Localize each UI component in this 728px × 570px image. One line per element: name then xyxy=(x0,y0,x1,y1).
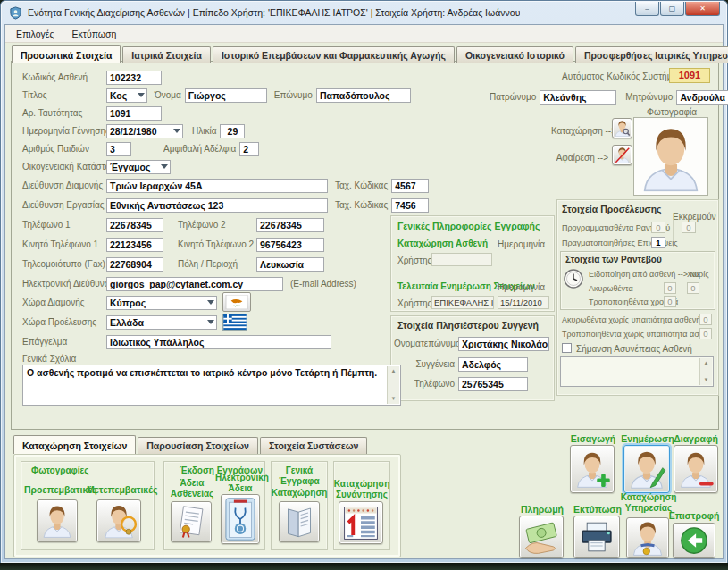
menu-bar: Επιλογές Εκτύπωση xyxy=(5,25,723,43)
money-icon xyxy=(523,519,560,555)
inconsistency-notes[interactable]: ▲▼ xyxy=(560,356,714,387)
print-label: Εκτύπωση xyxy=(571,504,624,515)
patient-stethoscope-icon xyxy=(99,503,138,539)
register-doc-button[interactable] xyxy=(279,501,320,542)
photo-add-button[interactable] xyxy=(612,118,632,138)
father-name-input[interactable]: Κλεάνθης xyxy=(540,90,616,105)
patient-avatar xyxy=(635,122,707,195)
photo-remove-button[interactable] xyxy=(612,145,632,165)
register-meeting-button[interactable] xyxy=(339,501,383,544)
modified-value: 0 xyxy=(664,296,676,307)
cancelled-nofault-value: 0 xyxy=(699,314,712,325)
form-row: Χώρα Διαμονής Κύπρος xyxy=(22,295,217,310)
home-address-input[interactable]: Τριών Ιεραρχών 45Α xyxy=(106,179,328,193)
mobile2-input[interactable]: 96756423 xyxy=(256,238,324,252)
appointments-header: Στοιχεία των Ραντεβού xyxy=(565,255,662,264)
home-postal-label: Ταχ. Κώδικας xyxy=(335,180,388,190)
origin-country-select[interactable]: Ελλάδα xyxy=(106,315,217,330)
kin-name-label: Ονοματεπώνυμο xyxy=(394,339,455,348)
kin-name-input[interactable]: Χριστάκης Νικολάου xyxy=(458,337,549,351)
first-name-label: Όνομα xyxy=(155,90,181,100)
marital-status-select[interactable]: Έγγαμος xyxy=(106,160,171,174)
scroll-down-icon[interactable]: ▼ xyxy=(391,396,397,403)
first-name-input[interactable]: Γιώργος xyxy=(185,88,267,103)
tab-medical-details[interactable]: Ιατρικά Στοιχεία xyxy=(122,46,211,63)
fax-input[interactable]: 22768904 xyxy=(106,257,163,272)
tab-surgery-history[interactable]: Ιστορικό Επεμβάσεων και Φαρμακευτικής Αγ… xyxy=(213,46,455,63)
children-input[interactable]: 3 xyxy=(106,142,131,156)
form-row: Διεύθυνση Εργασίας Εθνικής Αντιστάσεως 1… xyxy=(22,197,429,213)
id-number-input[interactable]: 1091 xyxy=(106,106,162,121)
id-number-label: Αρ. Ταυτότητας xyxy=(22,108,103,118)
calendar-icon xyxy=(342,504,380,541)
last-name-input[interactable]: Παπαδόπουλος xyxy=(316,88,411,103)
insert-button[interactable] xyxy=(570,445,615,493)
preop-photos-button[interactable] xyxy=(37,499,78,542)
tab-personal-details[interactable]: Προσωπικά Στοιχεία xyxy=(12,45,121,63)
city-input[interactable]: Λευκωσία xyxy=(256,257,324,272)
insert-label: Εισαγωγή xyxy=(565,433,622,444)
window-controls: – ▢ ✕ xyxy=(635,2,720,16)
payment-button[interactable] xyxy=(519,516,564,558)
maximize-button[interactable]: ▢ xyxy=(660,2,684,16)
patient-code-input[interactable]: 102232 xyxy=(106,71,162,85)
e-leave-button[interactable] xyxy=(221,494,260,544)
tab-family-history[interactable]: Οικογενειακό Ιστορικό xyxy=(456,46,573,63)
residence-country-select[interactable]: Κύπρος xyxy=(106,296,217,310)
age-value: 29 xyxy=(220,124,245,138)
work-address-input[interactable]: Εθνικής Αντιστάσεως 123 xyxy=(106,198,328,213)
form-row: Ημερομηνία Γέννησης 28/12/1980 Ηλικία 29 xyxy=(22,123,245,138)
form-row: Τηλέφωνο 25765345 xyxy=(394,376,528,391)
chevron-down-icon xyxy=(173,129,180,133)
modified-nofault-label: Τροποποιηθέντα χωρίς υπαιτιότητα ασθ. xyxy=(562,330,706,339)
back-button[interactable] xyxy=(673,523,715,558)
tab-services-payments[interactable]: Προσφερθήσες Ιατρικές Υπηρεσίες & Πληρωμ… xyxy=(575,46,728,63)
notes-scrollbar[interactable]: ▲▼ xyxy=(699,358,712,385)
kin-phone-input[interactable]: 25765345 xyxy=(458,377,528,391)
marital-status-label: Οικογενειακή Κατάσταση xyxy=(22,162,103,172)
minimize-button[interactable]: – xyxy=(635,2,659,16)
register-service-button[interactable] xyxy=(626,517,669,558)
updated-user-label: Χρήστης xyxy=(397,298,431,308)
occupation-input[interactable]: Ιδιωτικός Υπάλληλος xyxy=(106,335,331,349)
comments-textarea[interactable]: Ο ασθενής προτιμά να επισκέπτεται το ιατ… xyxy=(22,365,401,406)
scroll-up-icon[interactable]: ▲ xyxy=(704,360,709,367)
delete-button[interactable] xyxy=(674,445,718,493)
subtab-referral-data[interactable]: Στοιχεία Συστάσεων xyxy=(260,437,367,454)
mobile1-input[interactable]: 22123456 xyxy=(106,238,163,252)
postop-photos-button[interactable] xyxy=(96,499,141,542)
add-photo-icon xyxy=(614,120,631,137)
update-button[interactable] xyxy=(623,445,670,493)
register-doc-label: Καταχώρηση xyxy=(271,488,328,499)
photo-add-label: Καταχώρηση --> xyxy=(551,126,608,136)
scroll-down-icon[interactable]: ▼ xyxy=(704,377,709,384)
home-postal-input[interactable]: 4567 xyxy=(391,179,429,193)
birth-date-picker[interactable]: 28/12/1980 xyxy=(106,124,183,138)
created-date-label: Ημερομηνία xyxy=(498,239,545,249)
kin-relation-input[interactable]: Αδελφός xyxy=(458,357,528,372)
print-button[interactable] xyxy=(573,516,620,558)
sick-leave-button[interactable] xyxy=(171,501,212,542)
auto-code-label: Αυτόματος Κωδικός Συστήματος xyxy=(562,71,665,81)
inconsistency-label: Σήμανση Ασυνέπειας Ασθενή xyxy=(576,344,692,354)
menu-print[interactable]: Εκτύπωση xyxy=(72,29,117,39)
general-docs-label: Γενικά Έγγραφα xyxy=(272,465,326,486)
phone2-input[interactable]: 22678345 xyxy=(256,218,324,232)
app-shield-icon xyxy=(9,6,22,20)
menu-options[interactable]: Επιλογές xyxy=(16,29,54,39)
chevron-down-icon xyxy=(207,300,214,305)
phone1-input[interactable]: 22678345 xyxy=(106,218,163,232)
phone1-label: Τηλέφωνο 1 xyxy=(22,220,103,230)
close-button[interactable]: ✕ xyxy=(685,2,720,16)
subtab-present-data[interactable]: Παρουσίαση Στοιχείων xyxy=(138,437,258,454)
title-select[interactable]: Κος xyxy=(106,88,147,103)
cyprus-flag-button[interactable] xyxy=(222,292,251,312)
title-bar[interactable]: Ενότητα Γενικής Διαχείρισης Ασθενών | Επ… xyxy=(1,1,727,24)
inconsistency-checkbox[interactable] xyxy=(562,343,572,353)
siblings-input[interactable]: 2 xyxy=(239,142,259,156)
email-input[interactable]: giorgos_pap@cytanet.com.cy xyxy=(106,277,283,291)
work-postal-input[interactable]: 7456 xyxy=(391,198,429,213)
patient-code-label: Κωδικός Ασθενή xyxy=(22,72,103,82)
subtab-register-data[interactable]: Καταχώρηση Στοιχείων xyxy=(13,435,136,454)
mother-name-input[interactable]: Ανδρούλα xyxy=(676,90,728,105)
